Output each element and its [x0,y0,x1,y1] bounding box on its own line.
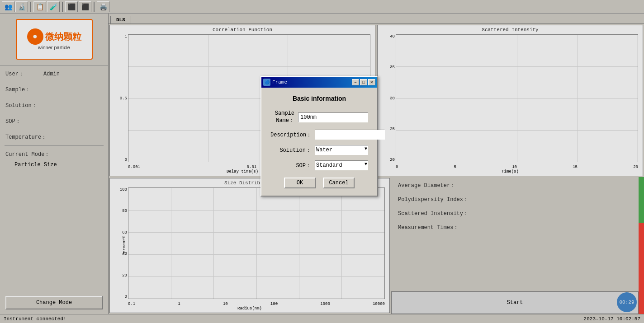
sop-select-wrapper: Standard Custom ▼ [315,160,368,170]
sop-select[interactable]: Standard Custom [315,160,368,170]
sample-name-input[interactable] [298,112,368,122]
sop-form-label: SOP： [270,162,311,169]
modal-overlay: 🔵 Frame − □ ✕ Basic information Sample N… [0,0,644,323]
description-label: Description： [270,131,311,139]
description-input[interactable] [315,130,385,140]
solution-select[interactable]: Water Ethanol Other [315,145,368,155]
dialog-maximize-button[interactable]: □ [360,79,367,85]
solution-select-wrapper: Water Ethanol Other ▼ [315,145,368,155]
description-row: Description： [270,130,368,140]
dialog-controls: − □ ✕ [352,79,375,85]
dialog-heading: Basic information [270,95,368,102]
cancel-button[interactable]: Cancel [323,178,355,188]
dialog-titlebar: 🔵 Frame − □ ✕ [261,77,377,88]
dialog-close-button[interactable]: ✕ [368,79,375,85]
dialog-minimize-button[interactable]: − [352,79,359,85]
solution-form-label: Solution： [270,146,311,154]
dialog-title-text: Frame [272,80,287,85]
sample-name-row: Sample Name： [270,110,368,124]
dialog-title-left: 🔵 Frame [263,79,287,86]
sample-name-label: Sample Name： [270,110,294,124]
solution-row: Solution： Water Ethanol Other ▼ [270,145,368,155]
dialog-body: Basic information Sample Name： Descripti… [261,88,377,196]
dialog-icon: 🔵 [263,79,270,86]
sop-row: SOP： Standard Custom ▼ [270,160,368,170]
dialog-buttons: OK Cancel [270,178,368,188]
dialog: 🔵 Frame − □ ✕ Basic information Sample N… [260,76,378,197]
ok-button[interactable]: OK [284,178,316,188]
